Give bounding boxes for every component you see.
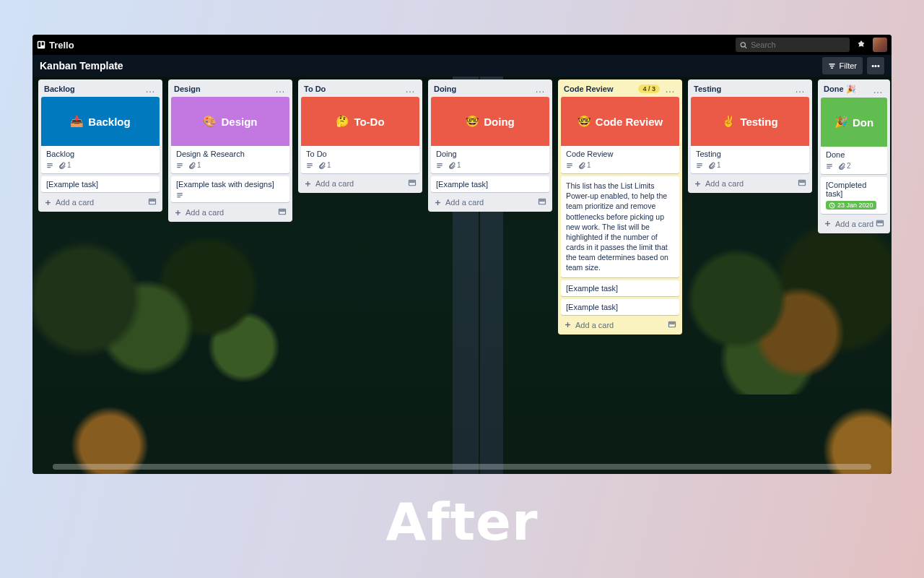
list-6: Done 🎉…🎉DonDone2[Completed task]23 Jan 2…: [818, 79, 890, 233]
task-card[interactable]: [Example task]: [561, 280, 679, 296]
list-title[interactable]: Done 🎉: [824, 85, 856, 94]
due-date-badge: 23 Jan 2020: [826, 201, 876, 210]
cover-emoji-icon: 🎉: [834, 116, 848, 129]
cover-emoji-icon: 🎨: [203, 115, 217, 128]
add-card-button[interactable]: Add a card: [824, 220, 873, 228]
list-title[interactable]: To Do: [304, 85, 326, 93]
card-meta: 1: [696, 161, 804, 169]
list-header-right: …: [274, 86, 287, 92]
lists-row: Backlog…📥BacklogBacklog1[Example task]Ad…: [38, 79, 892, 335]
info-card[interactable]: This list has the List Limits Power-up e…: [561, 176, 679, 277]
list-1: Design…🎨DesignDesign & Research1[Example…: [168, 79, 292, 222]
card-meta: [176, 191, 284, 199]
template-icon[interactable]: [408, 178, 417, 189]
svg-point-3: [741, 42, 745, 46]
card-meta: 1: [46, 161, 154, 169]
list-title[interactable]: Doing: [434, 85, 456, 93]
template-icon[interactable]: [538, 197, 546, 207]
cover-card[interactable]: 🤓Code ReviewCode Review1: [561, 97, 679, 173]
list-header: Doing…: [431, 82, 549, 94]
filter-button[interactable]: Filter: [822, 57, 863, 74]
card-meta: 1: [566, 161, 674, 169]
list-menu-icon[interactable]: …: [533, 86, 546, 92]
list-title[interactable]: Testing: [694, 85, 721, 93]
cover-label: Design: [221, 116, 257, 128]
list-footer: Add a card: [821, 217, 887, 230]
template-icon[interactable]: [278, 207, 287, 217]
task-card[interactable]: [Example task]: [431, 176, 549, 192]
card-meta: 1: [306, 161, 414, 169]
list-title[interactable]: Backlog: [44, 85, 75, 93]
list-menu-icon[interactable]: …: [274, 86, 287, 92]
board-actions: Filter •••: [822, 57, 884, 74]
avatar[interactable]: [873, 38, 887, 52]
search-input[interactable]: [751, 40, 845, 49]
template-icon[interactable]: [798, 178, 806, 189]
add-card-button[interactable]: Add a card: [304, 179, 354, 188]
cover-label: To-Do: [354, 116, 384, 128]
template-icon[interactable]: [148, 197, 157, 207]
board-title[interactable]: Kanban Template: [40, 60, 123, 72]
list-footer: Add a card: [171, 205, 289, 219]
card-title: Doing: [436, 150, 544, 158]
filter-icon: [828, 62, 836, 70]
task-card[interactable]: [Example task]: [41, 176, 160, 192]
card-meta: 1: [436, 161, 544, 169]
add-card-button[interactable]: Add a card: [434, 198, 484, 207]
list-menu-icon[interactable]: …: [144, 86, 157, 92]
list-header-right: …: [793, 86, 806, 92]
svg-rect-38: [540, 200, 544, 202]
horizontal-scrollbar[interactable]: [53, 464, 871, 470]
cover-card[interactable]: 🎉DonDone2: [821, 98, 887, 174]
cover-emoji-icon: 🤓: [578, 115, 591, 128]
card-body: Backlog1: [41, 146, 160, 173]
attachment-badge: 1: [318, 161, 331, 169]
task-card[interactable]: [Example task with designs]: [171, 176, 289, 202]
notification-icon[interactable]: [854, 38, 868, 52]
card-cover: ✌️Testing: [691, 97, 809, 146]
card-cover: 🎨Design: [171, 97, 289, 146]
add-card-button[interactable]: Add a card: [174, 208, 224, 217]
list-title[interactable]: Design: [174, 85, 201, 93]
list-footer: Add a card: [301, 176, 419, 190]
cover-card[interactable]: 🤓DoingDoing1: [431, 97, 549, 173]
task-card[interactable]: [Example task]: [561, 299, 679, 315]
list-menu-icon[interactable]: …: [871, 87, 884, 92]
list-menu-icon[interactable]: …: [404, 86, 417, 92]
card-title: Code Review: [566, 150, 674, 158]
card-cover: 🤓Doing: [431, 97, 549, 146]
svg-rect-1: [38, 42, 40, 47]
cover-card[interactable]: 📥BacklogBacklog1: [41, 97, 160, 173]
board-menu-button[interactable]: •••: [867, 57, 884, 74]
list-header-right: 4 / 3…: [638, 85, 676, 93]
brand-text: Trello: [49, 40, 74, 51]
add-card-button[interactable]: Add a card: [564, 321, 614, 329]
cover-label: Backlog: [88, 116, 130, 128]
cover-label: Testing: [740, 116, 777, 128]
cover-card[interactable]: 🤔To-DoTo Do1: [301, 97, 419, 173]
brand[interactable]: Trello: [37, 40, 74, 51]
card-meta: 2: [826, 162, 882, 170]
list-header-right: …: [533, 86, 546, 92]
cover-label: Doing: [484, 116, 515, 128]
task-card[interactable]: [Completed task]23 Jan 2020: [821, 177, 887, 214]
list-menu-icon[interactable]: …: [663, 86, 676, 92]
template-icon[interactable]: [876, 219, 884, 229]
svg-rect-45: [670, 322, 674, 324]
list-header-right: …: [144, 86, 157, 92]
cover-card[interactable]: ✌️TestingTesting1: [691, 97, 809, 173]
cover-card[interactable]: 🎨DesignDesign & Research1: [171, 97, 289, 173]
cover-emoji-icon: 🤓: [466, 115, 479, 128]
description-icon: [436, 162, 443, 169]
add-card-button[interactable]: Add a card: [44, 198, 94, 207]
add-card-button[interactable]: Add a card: [694, 179, 744, 188]
template-icon[interactable]: [668, 320, 676, 330]
attachment-badge: 2: [838, 162, 851, 170]
list-menu-icon[interactable]: …: [793, 86, 806, 92]
cover-label: Code Review: [596, 116, 663, 128]
list-title[interactable]: Code Review: [564, 85, 613, 93]
search-box[interactable]: [736, 38, 850, 52]
card-title: [Example task]: [46, 180, 154, 189]
card-title: Design & Research: [176, 150, 284, 158]
svg-rect-60: [878, 221, 882, 223]
